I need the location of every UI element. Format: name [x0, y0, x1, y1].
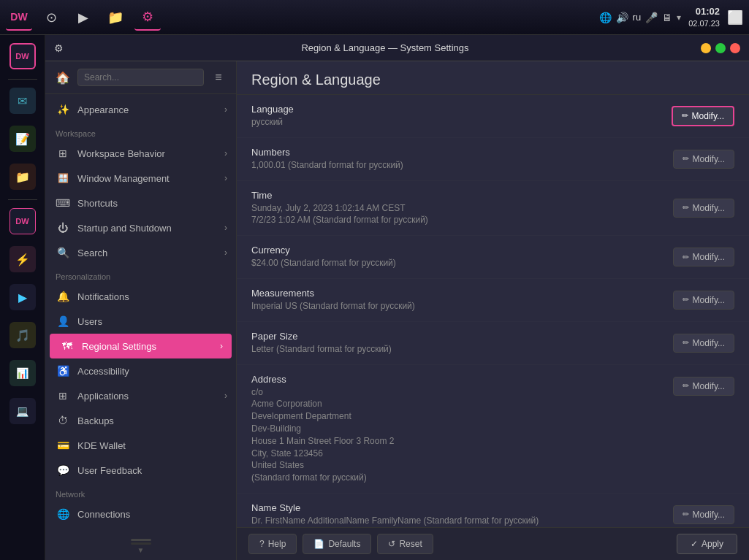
taskbar-right: 🌐 🔊 ru 🎤 🖥 ▾ 01:02 02.07.23 ⬜ [599, 6, 743, 28]
menu-button[interactable]: ≡ [208, 67, 229, 88]
sidebar-item-label: Notifications [77, 291, 227, 302]
backups-icon: ⏱ [56, 413, 70, 428]
dock-item-app8[interactable]: 🎵 [5, 318, 40, 353]
modify-button-time[interactable]: ✏ Modify... [673, 199, 734, 218]
win-titlebar: ⚙ Region & Language — System Settings [45, 35, 749, 61]
window-layout-icon[interactable]: ⬜ [727, 9, 743, 26]
kde-wallet-icon: 💳 [56, 438, 70, 453]
sidebar-item-window-management[interactable]: 🪟 Window Management › [45, 166, 236, 191]
setting-value: $24.00 (Standard format for русский) [251, 257, 673, 269]
modify-button-measurements[interactable]: ✏ Modify... [673, 291, 734, 310]
sidebar-item-network-settings[interactable]: 🌐 Settings › [45, 526, 236, 533]
sidebar-item-backups[interactable]: ⏱ Backups [45, 408, 236, 433]
setting-row-language: Language русский ✏ Modify... [237, 95, 749, 138]
modify-button-currency[interactable]: ✏ Modify... [673, 248, 734, 266]
sidebar-item-connections[interactable]: 🌐 Connections [45, 502, 236, 526]
sidebar-item-label: Search [77, 248, 224, 258]
setting-name: Paper Size [251, 331, 673, 342]
dock-item-app7[interactable]: ▶ [5, 280, 40, 315]
home-button[interactable]: 🏠 [53, 67, 73, 88]
sidebar-item-user-feedback[interactable]: 💬 User Feedback [45, 458, 236, 483]
volume-icon[interactable]: 🔊 [616, 12, 628, 23]
modify-label: Modify... [693, 338, 725, 348]
setting-value: Imperial US (Standard format for русский… [251, 300, 673, 312]
defaults-button[interactable]: 📄 Defaults [303, 534, 371, 554]
chevron-right-icon: › [224, 223, 227, 233]
sidebar: 🏠 ≡ ✨ Appearance › Workspace ⊞ W [45, 61, 237, 560]
pencil-icon: ✏ [683, 203, 689, 212]
minimize-button[interactable] [701, 43, 711, 53]
content-footer: ? Help 📄 Defaults ↺ Reset ✓ Apply [237, 527, 749, 560]
dock-item-tmail[interactable]: ✉ [5, 84, 40, 119]
apply-button[interactable]: ✓ Apply [677, 534, 737, 554]
settings-taskbar-icon[interactable]: ⚙ [134, 4, 161, 31]
search-taskbar-icon[interactable]: ⊙ [38, 4, 64, 31]
chevron-right-icon: › [224, 104, 227, 115]
d2w-taskbar-icon[interactable]: DW [6, 4, 32, 31]
files-taskbar-icon[interactable]: 📁 [102, 4, 129, 31]
modify-label: Modify... [693, 203, 725, 213]
modify-label: Modify... [692, 111, 724, 121]
modify-button-address[interactable]: ✏ Modify... [673, 377, 734, 396]
terminal-taskbar-icon[interactable]: ▶ [70, 4, 96, 31]
setting-info-paper-size: Paper Size Letter (Standard format for р… [251, 331, 673, 356]
win-title-text: Region & Language — System Settings [69, 42, 701, 53]
regional-settings-icon: 🗺 [60, 339, 75, 353]
modify-button-name-style[interactable]: ✏ Modify... [673, 505, 734, 524]
dock-divider-1 [8, 79, 37, 80]
settings-body: 🏠 ≡ ✨ Appearance › Workspace ⊞ W [45, 61, 749, 560]
setting-row-currency: Currency $24.00 (Standard format for рус… [237, 236, 749, 279]
search-input[interactable] [77, 69, 204, 86]
sidebar-item-notifications[interactable]: 🔔 Notifications [45, 284, 236, 309]
sidebar-item-shortcuts[interactable]: ⌨ Shortcuts [45, 191, 236, 215]
sidebar-item-appearance[interactable]: ✨ Appearance › [45, 97, 236, 122]
arrow-icon[interactable]: ▾ [677, 12, 681, 23]
sidebar-item-workspace-behavior[interactable]: ⊞ Workspace Behavior › [45, 141, 236, 166]
chevron-right-icon: › [224, 391, 227, 401]
setting-row-measurements: Measurements Imperial US (Standard forma… [237, 279, 749, 322]
sidebar-item-label: Applications [77, 391, 224, 402]
setting-value: Letter (Standard format for русский) [251, 343, 673, 356]
dock-item-d2w2[interactable]: DW [5, 204, 40, 239]
network-icon[interactable]: 🌐 [599, 12, 612, 23]
reset-button[interactable]: ↺ Reset [377, 534, 433, 554]
shortcuts-icon: ⌨ [56, 196, 70, 210]
sidebar-item-search[interactable]: 🔍 Search › [45, 240, 236, 265]
setting-value: 1,000.01 (Standard format for русский) [251, 159, 673, 172]
modify-button-paper-size[interactable]: ✏ Modify... [673, 334, 734, 353]
screen-icon[interactable]: 🖥 [662, 12, 672, 23]
sidebar-section-network: Network [45, 483, 236, 502]
sidebar-item-kde-wallet[interactable]: 💳 KDE Wallet [45, 433, 236, 458]
sidebar-item-regional-settings[interactable]: 🗺 Regional Settings › [50, 334, 232, 358]
setting-name: Language [251, 104, 672, 115]
dock-item-files[interactable]: 📁 [5, 160, 40, 195]
sidebar-item-users[interactable]: 👤 Users [45, 309, 236, 334]
chevron-right-icon: › [224, 173, 227, 183]
applications-icon: ⊞ [56, 388, 70, 403]
chevron-right-icon: › [220, 341, 223, 351]
setting-info-measurements: Measurements Imperial US (Standard forma… [251, 288, 673, 312]
setting-row-numbers: Numbers 1,000.01 (Standard format for ру… [237, 138, 749, 181]
mic-icon[interactable]: 🎤 [645, 12, 658, 23]
dock-item-app6[interactable]: ⚡ [5, 242, 40, 277]
setting-name: Numbers [251, 147, 673, 158]
pencil-icon: ✏ [683, 154, 689, 164]
dock-item-notes[interactable]: 📝 [5, 122, 40, 157]
sidebar-item-startup-shutdown[interactable]: ⏻ Startup and Shutdown › [45, 215, 236, 240]
modify-button-language[interactable]: ✏ Modify... [672, 106, 734, 126]
setting-name: Measurements [251, 288, 673, 299]
sidebar-section-personalization: Personalization [45, 265, 236, 284]
sidebar-section-workspace: Workspace [45, 122, 236, 141]
maximize-button[interactable] [715, 43, 726, 53]
sidebar-item-applications[interactable]: ⊞ Applications › [45, 383, 236, 408]
modify-button-numbers[interactable]: ✏ Modify... [673, 150, 734, 169]
help-button[interactable]: ? Help [248, 534, 297, 554]
close-button[interactable] [730, 43, 740, 53]
setting-info-language: Language русский [251, 104, 672, 129]
sidebar-item-label: Accessibility [77, 366, 227, 377]
dock-item-app9[interactable]: 📊 [5, 356, 40, 391]
dock-item-app10[interactable]: 💻 [5, 394, 40, 429]
dock-item-d2w[interactable]: DW [5, 39, 40, 74]
sidebar-item-label: User Feedback [77, 465, 227, 476]
sidebar-item-accessibility[interactable]: ♿ Accessibility [45, 358, 236, 383]
